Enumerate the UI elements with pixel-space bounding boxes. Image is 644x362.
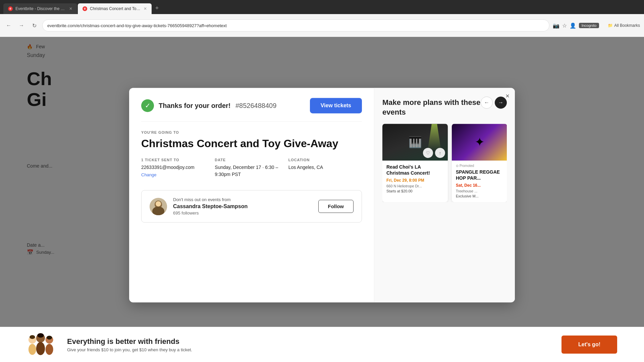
view-tickets-button[interactable]: View tickets: [310, 98, 362, 113]
organizer-avatar: [150, 198, 167, 215]
new-tab-button[interactable]: +: [152, 3, 162, 13]
date-col: DATE Sunday, December 17 · 6:30 – 9:30pm…: [215, 158, 288, 178]
order-header-left: ✓ Thanks for your order! #8526488409: [141, 99, 276, 112]
page-background: 🔥 Few Sunday ChGi Come and... Date a... …: [0, 37, 644, 362]
spotlight: [428, 124, 441, 150]
avatar-placeholder: [150, 198, 167, 215]
tab-1[interactable]: e Eventbrite - Discover the Best L... ✕: [3, 3, 77, 14]
suggested-event-1-image: 🎹 ♡ ↑: [382, 124, 448, 161]
banner-illustration: [27, 330, 57, 359]
carousel-nav: ← →: [481, 97, 507, 109]
star-icon[interactable]: ☆: [562, 22, 567, 29]
incognito-badge: Incognito: [579, 23, 599, 28]
svg-point-10: [30, 335, 35, 339]
event-2-location: Treehouse ...: [456, 189, 503, 193]
suggested-event-2: ✦ ⊙ Promoted SPANGLE REGGAE HOP PAR... S…: [452, 124, 507, 202]
carousel-prev-button[interactable]: ←: [481, 97, 493, 109]
carousel-next-button[interactable]: →: [495, 97, 507, 109]
ticket-sent-col: 1 TICKET SENT TO 22633391@moodjoy.com Ch…: [141, 158, 215, 178]
tab-2[interactable]: e Christmas Concert and Toy Give... ✕: [78, 3, 152, 14]
avatar-svg: [150, 198, 167, 215]
banner-text-area: Everything is better with friends Give y…: [67, 337, 551, 352]
svg-point-3: [156, 201, 161, 206]
svg-point-5: [29, 344, 36, 355]
friends-illustration: [27, 329, 57, 359]
musician-icon: 🎹: [409, 136, 422, 148]
order-header: ✓ Thanks for your order! #8526488409 Vie…: [141, 98, 362, 122]
suggested-events-grid: 🎹 ♡ ↑ Read Choi's LA Christmas Concert! …: [382, 124, 507, 202]
location-value: Los Angeles, CA: [288, 164, 362, 171]
promoted-badge: ⊙ Promoted: [456, 164, 503, 168]
ticket-details: 1 TICKET SENT TO 22633391@moodjoy.com Ch…: [141, 158, 362, 178]
address-bar-row: ← → ↻ eventbrite.com/e/christmas-concert…: [0, 14, 644, 37]
change-link[interactable]: Change: [141, 173, 215, 178]
browser-chrome: e Eventbrite - Discover the Best L... ✕ …: [0, 0, 644, 37]
order-thanks-text: Thanks for your order!: [159, 102, 230, 109]
svg-point-11: [47, 336, 52, 339]
event-card-2-body: ⊙ Promoted SPANGLE REGGAE HOP PAR... Sat…: [452, 161, 507, 202]
tab-bar: e Eventbrite - Discover the Best L... ✕ …: [0, 0, 644, 14]
date-value: Sunday, December 17 · 6:30 – 9:30pm PST: [215, 164, 288, 178]
going-to-label: YOU'RE GOING TO: [141, 130, 362, 134]
location-label: LOCATION: [288, 158, 362, 162]
event-1-save-button[interactable]: ♡: [423, 148, 433, 158]
tab-2-title: Christmas Concert and Toy Give...: [90, 6, 141, 11]
tab-1-close[interactable]: ✕: [69, 6, 72, 11]
suggested-event-2-image: ✦: [452, 124, 507, 161]
modal-close-button[interactable]: ×: [505, 93, 509, 99]
organizer-name: Cassandra Steptoe-Sampson: [173, 204, 312, 210]
tab-2-favicon: e: [83, 6, 87, 11]
event-2-title: SPANGLE REGGAE HOP PAR...: [456, 169, 503, 181]
bookmarks-icon: 📁: [608, 23, 613, 28]
follow-button[interactable]: Follow: [318, 200, 354, 213]
location-col: LOCATION Los Angeles, CA: [288, 158, 362, 178]
reload-button[interactable]: ↻: [30, 21, 39, 30]
suggested-event-1: 🎹 ♡ ↑ Read Choi's LA Christmas Concert! …: [382, 124, 448, 202]
ticket-email: 22633391@moodjoy.com: [141, 164, 215, 171]
bookmarks-label: All Bookmarks: [614, 23, 640, 28]
back-button[interactable]: ←: [4, 21, 13, 30]
modal-inner: ✓ Thanks for your order! #8526488409 Vie…: [129, 88, 515, 302]
tab-2-close[interactable]: ✕: [144, 6, 147, 11]
event-1-date: Fri, Dec 29, 8:00 PM: [386, 178, 444, 183]
event-card-1-actions: ♡ ↑: [423, 148, 445, 158]
forward-button[interactable]: →: [17, 21, 26, 30]
success-check-icon: ✓: [141, 99, 154, 112]
organizer-info: Don't miss out on events from Cassandra …: [173, 197, 312, 216]
event-card-1-body: Read Choi's LA Christmas Concert! Fri, D…: [382, 161, 448, 197]
lets-go-button[interactable]: Let's go!: [561, 336, 617, 354]
address-bar[interactable]: eventbrite.com/e/christmas-concert-and-t…: [42, 19, 549, 32]
banner-main-text: Everything is better with friends: [67, 337, 551, 346]
tab-1-title: Eventbrite - Discover the Best L...: [15, 6, 66, 11]
event-1-share-button[interactable]: ↑: [435, 148, 445, 158]
order-thanks-area: Thanks for your order! #8526488409: [159, 102, 276, 110]
dont-miss-text: Don't miss out on events from: [173, 197, 312, 202]
followers-count: 695 followers: [173, 211, 312, 216]
modal-right-panel: Make more plans with these events ← → 🎹: [374, 88, 515, 302]
event-2-price: Exclusive M...: [456, 194, 503, 198]
address-text: eventbrite.com/e/christmas-concert-and-t…: [47, 23, 544, 28]
follow-card: Don't miss out on events from Cassandra …: [141, 190, 362, 223]
banner-sub-text: Give your friends $10 to join you, get $…: [67, 347, 551, 352]
order-number: #8526488409: [235, 102, 276, 109]
promoted-label: Promoted: [460, 164, 474, 168]
event-title: Christmas Concert and Toy Give-Away: [141, 137, 362, 150]
svg-point-12: [37, 333, 44, 338]
camera-icon[interactable]: 📷: [553, 22, 559, 29]
event-1-location: 660 N Heliotrope Dr...: [386, 184, 444, 188]
colorful-bg: ✦: [452, 124, 507, 161]
tab-1-favicon: e: [8, 6, 13, 11]
svg-point-7: [36, 342, 45, 355]
profile-icon[interactable]: 👤: [570, 22, 576, 29]
date-label: DATE: [215, 158, 288, 162]
event-1-price: Starts at $20.00: [386, 189, 444, 193]
promoted-icon: ⊙: [456, 164, 459, 168]
svg-point-9: [46, 344, 53, 355]
event-2-date: Sat, Dec 16...: [456, 183, 503, 188]
order-modal: × ✓ Thanks for your order! #8526488409 V…: [129, 88, 515, 302]
event-1-title: Read Choi's LA Christmas Concert!: [386, 164, 444, 176]
modal-left-panel: ✓ Thanks for your order! #8526488409 Vie…: [129, 88, 374, 302]
browser-icons: 📷 ☆ 👤 Incognito: [553, 22, 599, 29]
ticket-label: 1 TICKET SENT TO: [141, 158, 215, 162]
bottom-banner: Everything is better with friends Give y…: [0, 327, 644, 362]
